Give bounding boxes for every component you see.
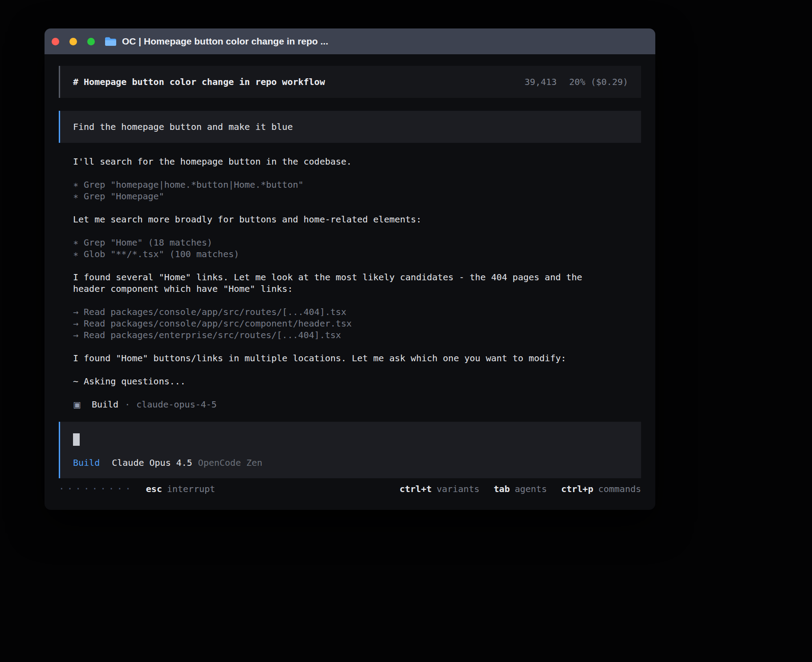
close-button[interactable] bbox=[52, 38, 59, 45]
provider-name: OpenCode Zen bbox=[198, 457, 263, 468]
spinner-dots: ········· bbox=[59, 483, 134, 495]
esc-key: esc bbox=[146, 483, 162, 495]
hint-agents: tab agents bbox=[494, 483, 547, 495]
line-gap bbox=[73, 202, 641, 214]
assistant-message: I found several "Home" links. Let me loo… bbox=[73, 271, 641, 295]
window-titlebar[interactable]: OC | Homepage button color change in rep… bbox=[45, 28, 655, 54]
assistant-message: Let me search more broadly for buttons a… bbox=[73, 214, 641, 225]
tool-call-read: → Read packages/enterprise/src/routes/[.… bbox=[73, 329, 641, 341]
terminal-content: # Homepage button color change in repo w… bbox=[45, 54, 655, 510]
window-title: OC | Homepage button color change in rep… bbox=[122, 36, 328, 47]
line-gap bbox=[73, 260, 641, 271]
folder-icon bbox=[105, 36, 117, 46]
status-bar: ········· esc interrupt ctrl+t variants … bbox=[59, 483, 641, 495]
agent-mode-badge[interactable]: Build bbox=[73, 457, 100, 468]
line-gap bbox=[73, 167, 641, 179]
model-name[interactable]: Claude Opus 4.5 bbox=[112, 457, 192, 468]
input-meta: Build Claude Opus 4.5 OpenCode Zen bbox=[73, 457, 628, 468]
tool-call-read: → Read packages/console/app/src/routes/[… bbox=[73, 306, 641, 318]
hint-commands: ctrl+p commands bbox=[561, 483, 641, 495]
user-message: Find the homepage button and make it blu… bbox=[59, 111, 641, 143]
token-count: 39,413 bbox=[524, 76, 556, 88]
line-gap bbox=[73, 364, 641, 375]
terminal-window: OC | Homepage button color change in rep… bbox=[45, 28, 655, 510]
line-gap bbox=[73, 225, 641, 237]
text-cursor bbox=[73, 433, 80, 446]
commands-label: commands bbox=[598, 483, 641, 495]
minimize-button[interactable] bbox=[69, 38, 77, 45]
line-gap bbox=[73, 341, 641, 352]
agent-separator: · bbox=[125, 399, 130, 410]
ctrl-t-key: ctrl+t bbox=[399, 483, 431, 495]
agents-label: agents bbox=[515, 483, 547, 495]
session-header: # Homepage button color change in repo w… bbox=[59, 66, 641, 98]
tool-call-grep: ∗ Grep "homepage|home.*button|Home.*butt… bbox=[73, 179, 641, 190]
agent-icon: ▣ bbox=[73, 399, 81, 410]
conversation-transcript: I'll search for the homepage button in t… bbox=[59, 156, 641, 410]
assistant-message: I'll search for the homepage button in t… bbox=[73, 156, 641, 167]
session-title: # Homepage button color change in repo w… bbox=[73, 76, 325, 88]
agent-status-row: ▣ Build · claude-opus-4-5 bbox=[73, 399, 641, 410]
prompt-input[interactable]: Build Claude Opus 4.5 OpenCode Zen bbox=[59, 422, 641, 478]
tool-call-grep: ∗ Grep "Home" (18 matches) bbox=[73, 237, 641, 248]
tool-call-grep: ∗ Grep "Homepage" bbox=[73, 190, 641, 202]
line-gap bbox=[73, 295, 641, 306]
tool-call-glob: ∗ Glob "**/*.tsx" (100 matches) bbox=[73, 248, 641, 260]
line-gap bbox=[73, 387, 641, 399]
assistant-status: ~ Asking questions... bbox=[73, 375, 641, 387]
zoom-button[interactable] bbox=[87, 38, 95, 45]
ctrl-p-key: ctrl+p bbox=[561, 483, 593, 495]
user-message-text: Find the homepage button and make it blu… bbox=[73, 121, 293, 132]
variants-label: variants bbox=[437, 483, 479, 495]
assistant-message: I found "Home" buttons/links in multiple… bbox=[73, 352, 641, 364]
status-right: ctrl+t variants tab agents ctrl+p comman… bbox=[399, 483, 641, 495]
esc-label: interrupt bbox=[167, 483, 215, 495]
hint-interrupt: esc interrupt bbox=[146, 483, 215, 495]
agent-name: Build bbox=[92, 399, 118, 410]
status-left: ········· esc interrupt bbox=[59, 483, 215, 495]
hint-variants: ctrl+t variants bbox=[399, 483, 479, 495]
agent-model: claude-opus-4-5 bbox=[136, 399, 217, 410]
tab-key: tab bbox=[494, 483, 510, 495]
tool-call-read: → Read packages/console/app/src/componen… bbox=[73, 318, 641, 329]
traffic-lights bbox=[52, 38, 95, 45]
context-cost: 20% ($0.29) bbox=[569, 76, 628, 88]
session-metrics: 39,413 20% ($0.29) bbox=[524, 76, 628, 88]
